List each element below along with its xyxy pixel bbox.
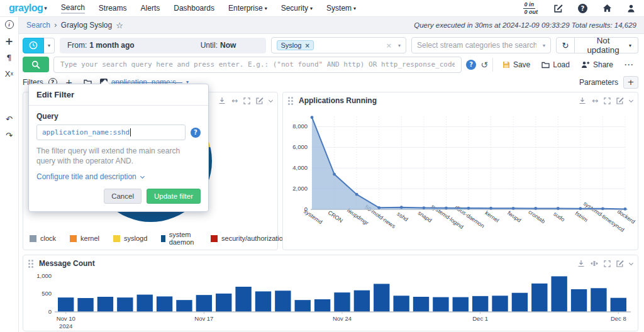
formatting-icon[interactable]: ¶ xyxy=(4,53,14,62)
breadcrumb-page-title: Graylog Syslog xyxy=(61,21,112,30)
create-icon[interactable]: + xyxy=(4,36,14,45)
from-label: From: xyxy=(67,41,87,50)
expand-columns-icon[interactable] xyxy=(591,260,598,267)
query-execution-info: Query executed in 30ms at 2024-12-09 09:… xyxy=(414,21,636,29)
favorite-star-icon[interactable]: ☆ xyxy=(116,21,123,30)
legend-label: system daemon xyxy=(169,231,197,246)
legend-item[interactable]: syslogd xyxy=(113,235,147,242)
nav-item-security[interactable]: Security▾ xyxy=(281,4,313,13)
query-label: Query xyxy=(36,112,201,121)
search-query-input[interactable] xyxy=(53,57,462,73)
nav-item-streams[interactable]: Streams xyxy=(99,4,127,13)
legend-item[interactable]: security/authorization xyxy=(211,235,287,242)
arrows-horizontal-icon[interactable]: ↔ xyxy=(231,96,238,105)
nav-item-search[interactable]: Search xyxy=(61,3,85,14)
popup-title: Edit Filter xyxy=(29,84,208,106)
until-label: Until: xyxy=(201,41,218,50)
fields-icon[interactable]: Xx xyxy=(4,69,14,78)
run-search-button[interactable] xyxy=(23,57,49,72)
home-icon[interactable] xyxy=(602,4,612,13)
timerange-caret-button[interactable]: ▾ xyxy=(44,38,55,53)
timerange-clock-button[interactable] xyxy=(23,38,44,53)
user-icon[interactable] xyxy=(627,4,635,13)
redo-icon[interactable]: ↷ xyxy=(4,131,14,140)
refresh-interval-button[interactable]: Not updating ▾ xyxy=(575,37,638,53)
query-history-icon[interactable]: ↺ xyxy=(480,60,488,70)
area-chart[interactable]: 02,0004,0006,0008,000systemdCRONfwupdmgr… xyxy=(283,110,638,251)
chevron-down-icon[interactable] xyxy=(630,262,633,266)
nav-item-enterprise[interactable]: Enterprise▾ xyxy=(228,4,267,13)
message-count-widget: Message Count 05001,000Nov 102024Nov 17N… xyxy=(23,255,638,331)
drag-handle[interactable] xyxy=(288,97,290,99)
nav-item-dashboards[interactable]: Dashboards xyxy=(174,4,214,13)
breadcrumb-separator: › xyxy=(54,21,57,30)
arrows-horizontal-icon[interactable]: ↔ xyxy=(592,96,598,105)
nav-item-system[interactable]: System▾ xyxy=(326,4,356,13)
drag-handle[interactable] xyxy=(28,260,30,262)
throughput-indicator[interactable]: 0 in 0 out xyxy=(523,1,540,15)
top-navbar: graylog ▾ Search Streams Alerts Dashboar… xyxy=(0,0,644,17)
search-icon xyxy=(31,60,40,69)
fullscreen-icon[interactable] xyxy=(604,260,611,267)
query-help-icon[interactable]: ? xyxy=(466,60,476,70)
chevron-down-icon[interactable] xyxy=(630,99,633,103)
stream-category-select[interactable]: Select stream categories the search shou… xyxy=(411,37,551,53)
stream-select[interactable]: Syslog × × ▾ xyxy=(271,37,406,53)
svg-text:fstrim: fstrim xyxy=(574,210,589,223)
save-button[interactable]: Save xyxy=(498,58,535,72)
svg-text:fwupd: fwupd xyxy=(506,210,522,224)
applications-running-widget: Applications Running ↔ 02,0004,0006,0008… xyxy=(282,92,638,250)
export-download-icon[interactable] xyxy=(579,97,586,104)
export-download-icon[interactable] xyxy=(577,260,585,267)
share-button[interactable]: Share xyxy=(577,58,618,72)
legend-label: kernel xyxy=(80,235,99,242)
fullscreen-icon[interactable] xyxy=(604,97,611,104)
more-actions-button[interactable]: ··· xyxy=(620,58,638,72)
refresh-button[interactable]: ↻ xyxy=(556,37,575,53)
fullscreen-icon[interactable] xyxy=(243,97,250,104)
svg-text:sudo: sudo xyxy=(552,211,566,223)
svg-text:CRON: CRON xyxy=(327,209,344,224)
configure-title-link[interactable]: Configure title and description xyxy=(36,172,201,181)
add-parameter-button[interactable]: + xyxy=(623,76,638,89)
edit-profile-icon[interactable] xyxy=(554,4,563,13)
chevron-down-icon: ▾ xyxy=(398,43,401,48)
widget-header: Message Count xyxy=(23,255,638,272)
share-user-icon xyxy=(581,61,590,69)
filter-query-input[interactable]: application_name:sshd xyxy=(36,124,186,140)
logo-text: graylog xyxy=(9,3,43,14)
chart-legend: clockkernelsyslogdsystem daemonsecurity/… xyxy=(30,231,287,246)
text-cursor xyxy=(130,128,131,136)
export-download-icon[interactable] xyxy=(218,97,226,104)
svg-text:Nov 24: Nov 24 xyxy=(333,315,352,322)
chevron-down-icon: ▾ xyxy=(353,6,356,11)
edit-widget-icon[interactable] xyxy=(256,97,264,104)
undo-icon[interactable]: ↶ xyxy=(4,114,14,123)
legend-item[interactable]: clock xyxy=(30,235,56,242)
breadcrumb-search-link[interactable]: Search xyxy=(26,21,50,30)
bar-chart[interactable]: 05001,000Nov 102024Nov 17Nov 24Dec 1Dec … xyxy=(23,272,638,331)
remove-stream-icon[interactable]: × xyxy=(304,42,309,49)
chevron-down-icon[interactable] xyxy=(269,99,272,103)
svg-text:kernel: kernel xyxy=(484,209,500,223)
help-icon[interactable]: ? xyxy=(578,4,587,13)
query-help-icon[interactable]: ? xyxy=(191,128,201,138)
widget-title: Applications Running xyxy=(299,96,377,105)
chevron-down-icon: ▾ xyxy=(265,6,267,11)
nav-item-alerts[interactable]: Alerts xyxy=(141,4,160,13)
clear-streams-icon[interactable]: × xyxy=(386,42,392,50)
view-description-icon[interactable]: i xyxy=(4,20,14,29)
search-row: ? ↺ Save Load Share ··· xyxy=(23,56,638,73)
graylog-logo[interactable]: graylog ▾ xyxy=(9,3,47,14)
edit-widget-icon[interactable] xyxy=(616,97,624,104)
widget-header: Applications Running ↔ xyxy=(283,92,638,109)
legend-item[interactable]: system daemon xyxy=(161,231,197,246)
search-toolbar: Save Load Share ··· xyxy=(492,58,638,72)
timerange-summary[interactable]: From: 1 month ago Until: Now xyxy=(60,38,266,53)
update-filter-button[interactable]: Update filter xyxy=(147,189,201,204)
from-value: 1 month ago xyxy=(89,41,134,50)
load-button[interactable]: Load xyxy=(537,58,574,72)
cancel-button[interactable]: Cancel xyxy=(104,189,142,204)
edit-widget-icon[interactable] xyxy=(616,260,624,267)
legend-item[interactable]: kernel xyxy=(70,235,99,242)
